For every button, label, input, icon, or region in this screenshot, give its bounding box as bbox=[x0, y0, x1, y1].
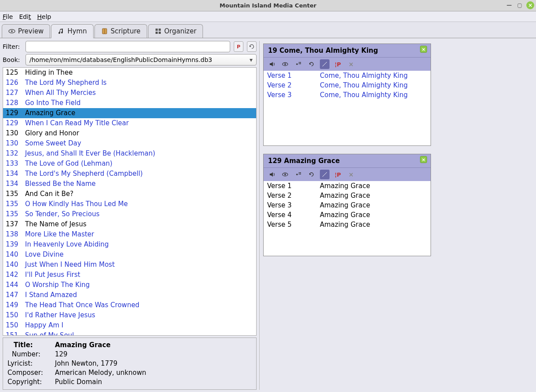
hymn-title: When I Can Read My Title Clear bbox=[25, 119, 129, 128]
menu-help[interactable]: Help bbox=[37, 13, 51, 20]
verse-text: Amazing Grace bbox=[320, 211, 370, 219]
tab-hymn[interactable]: Hymn bbox=[51, 24, 93, 38]
refresh-icon[interactable] bbox=[307, 170, 316, 179]
eye-icon[interactable] bbox=[280, 59, 290, 69]
maximize-button[interactable]: ▢ bbox=[516, 1, 524, 9]
brush-icon[interactable] bbox=[320, 170, 330, 179]
hymn-row[interactable]: 135O How Kindly Has Thou Led Me bbox=[3, 199, 256, 209]
book-row: Book: /home/ron/mimc/database/EnglishPub… bbox=[3, 54, 257, 65]
details-copyright-label: Copyright: bbox=[7, 377, 55, 387]
hymn-row[interactable]: 140Love Divine bbox=[3, 250, 256, 260]
filter-p-button[interactable]: P bbox=[234, 41, 243, 52]
add-grid-icon[interactable] bbox=[293, 59, 303, 69]
verse-row[interactable]: Verse 1Come, Thou Almighty King bbox=[264, 71, 431, 80]
filter-refresh-button[interactable] bbox=[247, 41, 257, 52]
hymn-row[interactable]: 134The Lord's My Shepherd (Campbell) bbox=[3, 169, 256, 179]
hymn-title: I'll Put Jesus First bbox=[25, 270, 80, 279]
hymn-row[interactable]: 151Sun of My Soul bbox=[3, 330, 256, 336]
hymn-row[interactable]: 134Blessed Be the Name bbox=[3, 179, 256, 189]
menu-edit[interactable]: Edit bbox=[19, 13, 31, 20]
eye-icon[interactable] bbox=[280, 170, 290, 179]
hymn-row[interactable]: 132Jesus, and Shall It Ever Be (Hacklema… bbox=[3, 149, 256, 159]
verse-row[interactable]: Verse 4Amazing Grace bbox=[264, 210, 431, 220]
add-grid-icon[interactable] bbox=[293, 170, 303, 179]
brush-icon[interactable] bbox=[320, 59, 330, 69]
hymn-row[interactable]: 126The Lord My Shepherd Is bbox=[3, 78, 256, 88]
svg-rect-4 bbox=[156, 29, 158, 31]
close-button[interactable]: × bbox=[526, 1, 534, 9]
hymn-row[interactable]: 130Glory and Honor bbox=[3, 128, 256, 138]
main-content: Filter: P Book: /home/ron/mimc/database/… bbox=[0, 38, 536, 392]
svg-point-1 bbox=[11, 30, 13, 32]
hymn-row[interactable]: 138More Like the Master bbox=[3, 229, 256, 240]
hymn-number: 135 bbox=[6, 200, 25, 209]
menu-file[interactable]: File bbox=[3, 13, 13, 20]
hymn-number: 135 bbox=[6, 210, 25, 219]
verse-row[interactable]: Verse 3Come, Thou Almighty King bbox=[264, 90, 431, 100]
hymn-row[interactable]: 129When I Can Read My Title Clear bbox=[3, 118, 256, 128]
tab-organizer[interactable]: Organizer bbox=[148, 24, 203, 38]
tab-preview[interactable]: Preview bbox=[2, 24, 50, 38]
verse-row[interactable]: Verse 1Amazing Grace bbox=[264, 181, 431, 191]
hymn-number: 134 bbox=[6, 169, 25, 178]
hymn-title: The Love of God (Lehman) bbox=[25, 159, 112, 168]
hymn-row[interactable]: 137The Name of Jesus bbox=[3, 219, 256, 229]
book-select-value: /home/ron/mimc/database/EnglishPublicDom… bbox=[29, 56, 212, 63]
hymn-row[interactable]: 128Go Into The Field bbox=[3, 98, 256, 108]
p-icon[interactable]: ¦P bbox=[333, 59, 343, 69]
hymn-row[interactable]: 130Some Sweet Day bbox=[3, 138, 256, 149]
hymn-number: 126 bbox=[6, 78, 25, 87]
eye-icon bbox=[8, 28, 15, 35]
hymn-title: Jesus, and Shall It Ever Be (Hackleman) bbox=[25, 149, 155, 158]
hymn-title: Love Divine bbox=[25, 250, 64, 259]
tab-scripture[interactable]: Scripture bbox=[94, 24, 147, 38]
hymn-row[interactable]: 150Happy Am I bbox=[3, 320, 256, 330]
hymn-row[interactable]: 127When All Thy Mercies bbox=[3, 88, 256, 98]
svg-rect-18 bbox=[299, 174, 300, 174]
svg-point-9 bbox=[284, 63, 286, 65]
details-number-label: Number: bbox=[7, 350, 55, 359]
svg-rect-5 bbox=[159, 29, 161, 31]
book-select[interactable]: /home/ron/mimc/database/EnglishPublicDom… bbox=[25, 54, 257, 65]
hymn-number: 125 bbox=[6, 68, 25, 77]
verse-row[interactable]: Verse 2Come, Thou Almighty King bbox=[264, 80, 431, 90]
hymn-row[interactable]: 142I'll Put Jesus First bbox=[3, 270, 256, 280]
svg-rect-10 bbox=[299, 62, 300, 63]
title-bar: Mountain Island Media Center — ▢ × bbox=[0, 0, 536, 11]
hymn-row[interactable]: 129Amazing Grace bbox=[3, 108, 256, 118]
hymn-row[interactable]: 147I Stand Amazed bbox=[3, 290, 256, 300]
card-close-button[interactable]: × bbox=[420, 156, 427, 163]
verse-row[interactable]: Verse 2Amazing Grace bbox=[264, 191, 431, 200]
verse-row[interactable]: Verse 3Amazing Grace bbox=[264, 200, 431, 210]
hymn-row[interactable]: 125Hiding in Thee bbox=[3, 68, 256, 78]
hymn-list[interactable]: 125Hiding in Thee126The Lord My Shepherd… bbox=[3, 67, 257, 336]
details-lyricist-label: Lyricist: bbox=[7, 359, 55, 368]
minimize-button[interactable]: — bbox=[505, 1, 513, 9]
hymn-row[interactable]: 150I'd Rather Have Jesus bbox=[3, 310, 256, 320]
music-note-icon bbox=[58, 28, 65, 35]
hymn-row[interactable]: 135So Tender, So Precious bbox=[3, 209, 256, 219]
verse-text: Amazing Grace bbox=[320, 182, 370, 190]
card-header: 19 Come, Thou Almighty King× bbox=[264, 44, 431, 57]
card-close-button[interactable]: × bbox=[420, 46, 427, 53]
close-icon[interactable]: × bbox=[346, 59, 356, 69]
hymn-title: When All Thy Mercies bbox=[25, 88, 96, 98]
filter-input[interactable] bbox=[25, 41, 230, 52]
hymn-row[interactable]: 139In Heavenly Love Abiding bbox=[3, 240, 256, 250]
p-icon[interactable]: ¦P bbox=[333, 170, 343, 179]
svg-rect-16 bbox=[299, 172, 300, 173]
speaker-icon[interactable] bbox=[267, 170, 277, 179]
hymn-row[interactable]: 135And Can it Be? bbox=[3, 189, 256, 199]
refresh-icon[interactable] bbox=[307, 59, 316, 69]
hymn-title: I'd Rather Have Jesus bbox=[25, 311, 95, 320]
speaker-icon[interactable] bbox=[267, 59, 277, 69]
hymn-title: The Name of Jesus bbox=[25, 220, 87, 229]
hymn-row[interactable]: 149The Head That Once Was Crowned bbox=[3, 300, 256, 310]
close-icon[interactable]: × bbox=[346, 170, 356, 179]
hymn-row[interactable]: 140Just When I Need Him Most bbox=[3, 260, 256, 270]
hymn-row[interactable]: 144O Worship The King bbox=[3, 280, 256, 290]
hymn-number: 140 bbox=[6, 250, 25, 259]
hymn-row[interactable]: 133The Love of God (Lehman) bbox=[3, 159, 256, 169]
hymn-number: 132 bbox=[6, 149, 25, 158]
verse-row[interactable]: Verse 5Amazing Grace bbox=[264, 220, 431, 229]
